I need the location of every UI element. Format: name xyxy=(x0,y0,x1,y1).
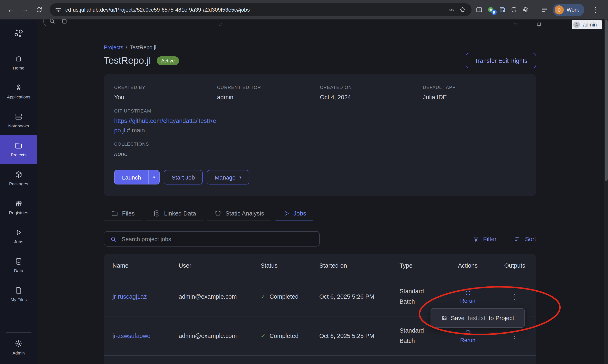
sidebar-item-admin[interactable]: Admin xyxy=(0,333,37,362)
tab-static-analysis[interactable]: Static Analysis xyxy=(207,207,271,221)
manage-button[interactable]: Manage ▾ xyxy=(207,170,249,184)
search-icon xyxy=(49,19,55,24)
collections-label: COLLECTIONS xyxy=(114,142,217,147)
registry-gift-icon xyxy=(14,199,23,208)
project-info-card: CREATED BY You GIT UPSTREAM https://gith… xyxy=(104,74,536,196)
browser-menu-button[interactable]: ⋮ xyxy=(589,3,602,16)
sort-button[interactable]: Sort xyxy=(515,235,536,242)
sidebar-item-data[interactable]: Data xyxy=(0,251,37,280)
breadcrumb-current: TestRepo.jl xyxy=(130,44,156,51)
jobs-search-box[interactable] xyxy=(104,231,320,247)
breadcrumb-projects-link[interactable]: Projects xyxy=(104,44,123,51)
toolbar-divider xyxy=(535,6,535,13)
default-app-label: DEFAULT APP xyxy=(423,85,526,90)
page-title: TestRepo.jl xyxy=(104,55,151,66)
job-name-link[interactable]: jr-zswsufaowe xyxy=(113,333,179,339)
save-to-project-menu-item[interactable]: Save test.txt to Project xyxy=(431,308,525,328)
site-settings-icon[interactable] xyxy=(55,7,61,13)
info-column-4: DEFAULT APP Julia IDE xyxy=(423,85,526,166)
job-status: ✓ Completed xyxy=(260,332,319,340)
search-icon xyxy=(110,235,117,242)
column-header-name: Name xyxy=(113,262,179,269)
chevron-down-icon[interactable] xyxy=(513,21,519,27)
save-extension-icon[interactable] xyxy=(499,6,506,13)
rerun-icon xyxy=(464,329,471,336)
launch-button[interactable]: Launch ▾ xyxy=(114,170,160,184)
notifications-bell-icon[interactable] xyxy=(536,21,542,27)
sidebar-item-notebooks[interactable]: Notebooks xyxy=(0,106,37,135)
sidebar-item-projects[interactable]: Projects xyxy=(0,135,37,164)
side-panel-icon[interactable] xyxy=(476,6,483,13)
job-outputs-menu-button[interactable]: ⋮ xyxy=(495,332,535,340)
job-name-link[interactable]: jr-ruscagj1az xyxy=(113,293,179,300)
column-header-started-on: Started on xyxy=(319,262,400,269)
project-tabs: Files Linked Data Static Analysis Jobs xyxy=(104,207,536,221)
database-icon xyxy=(14,257,23,266)
rocket-icon xyxy=(14,84,23,92)
home-icon xyxy=(14,55,23,63)
user-menu-button[interactable]: admin xyxy=(572,20,602,29)
reading-list-icon[interactable] xyxy=(541,6,548,13)
shield-extension-icon[interactable] xyxy=(510,6,517,13)
sidebar-item-label: Packages xyxy=(9,181,28,186)
juliahub-logo-icon[interactable] xyxy=(0,25,37,42)
default-app-field: DEFAULT APP Julia IDE xyxy=(423,85,526,102)
column-header-type: Type xyxy=(400,262,441,269)
rerun-button[interactable]: Rerun xyxy=(441,289,495,304)
launch-caret-icon[interactable]: ▾ xyxy=(148,170,159,184)
scrollbar-thumb[interactable] xyxy=(605,19,608,181)
global-search-input[interactable] xyxy=(43,19,222,26)
job-type: Standard Batch xyxy=(400,325,433,346)
project-info-grid: CREATED BY You GIT UPSTREAM https://gith… xyxy=(114,85,526,166)
sidebar-item-label: Projects xyxy=(11,152,26,157)
breadcrumb-separator: / xyxy=(126,44,127,51)
browser-refresh-button[interactable] xyxy=(32,3,46,16)
sidebar-item-home[interactable]: Home xyxy=(0,48,37,77)
filter-button[interactable]: Filter xyxy=(473,235,496,242)
rerun-icon xyxy=(464,289,471,296)
password-key-icon[interactable] xyxy=(448,6,455,13)
project-actions-row: Launch ▾ Start Job Manage ▾ xyxy=(114,170,526,184)
play-icon xyxy=(282,209,290,217)
browser-address-bar[interactable]: cd-us.juliahub.dev/ui/Projects/52c0cc59-… xyxy=(50,3,471,16)
sidebar-item-packages[interactable]: Packages xyxy=(0,164,37,193)
bookmark-star-icon[interactable] xyxy=(459,6,466,13)
browser-forward-button[interactable]: → xyxy=(18,3,31,16)
current-editor-label: CURRENT EDITOR xyxy=(217,85,320,90)
save-icon xyxy=(441,315,448,321)
collections-field: COLLECTIONS none xyxy=(114,142,217,159)
extensions-puzzle-icon[interactable] xyxy=(522,6,529,13)
sidebar-item-registries[interactable]: Registries xyxy=(0,193,37,222)
jobs-search-input[interactable] xyxy=(122,235,313,242)
main-content: admin Projects / TestRepo.jl TestRepo.jl… xyxy=(37,19,608,364)
tab-label: Linked Data xyxy=(164,210,196,217)
job-started-on: Oct 6, 2025 5:26 PM xyxy=(319,293,400,300)
rerun-button[interactable]: Rerun xyxy=(441,329,495,343)
git-upstream-branch: # main xyxy=(127,127,145,134)
sidebar-item-label: Data xyxy=(14,268,23,273)
window-scrollbar[interactable] xyxy=(604,19,608,364)
start-job-button[interactable]: Start Job xyxy=(164,170,203,184)
transfer-edit-rights-button[interactable]: Transfer Edit Rights xyxy=(466,53,536,68)
rerun-label: Rerun xyxy=(460,298,476,304)
tab-jobs[interactable]: Jobs xyxy=(275,207,313,221)
job-outputs-menu-button[interactable]: ⋮ xyxy=(495,293,535,300)
browser-back-button[interactable]: ← xyxy=(4,3,17,16)
sidebar-item-jobs[interactable]: Jobs xyxy=(0,222,37,251)
extension-icon[interactable]: 9 xyxy=(487,6,494,13)
column-header-status: Status xyxy=(260,262,319,269)
browser-profile-button[interactable]: C Work xyxy=(553,3,584,16)
sort-lines-icon xyxy=(515,235,521,242)
sidebar-item-my-files[interactable]: My Files xyxy=(0,280,37,309)
manage-button-label: Manage xyxy=(215,174,235,181)
sidebar-item-applications[interactable]: Applications xyxy=(0,77,37,106)
browser-toolbar-right: 9 C Work ⋮ xyxy=(476,3,604,16)
git-upstream-label: GIT UPSTREAM xyxy=(114,109,217,114)
job-user: admin@example.com xyxy=(179,293,260,300)
column-header-user: User xyxy=(179,262,260,269)
save-popup-suffix: to Project xyxy=(489,314,514,321)
created-by-field: CREATED BY You xyxy=(114,85,217,102)
tab-files[interactable]: Files xyxy=(104,207,142,221)
sidebar-nav: Home Applications Notebooks Projects Pac… xyxy=(0,48,37,309)
tab-linked-data[interactable]: Linked Data xyxy=(146,207,203,221)
